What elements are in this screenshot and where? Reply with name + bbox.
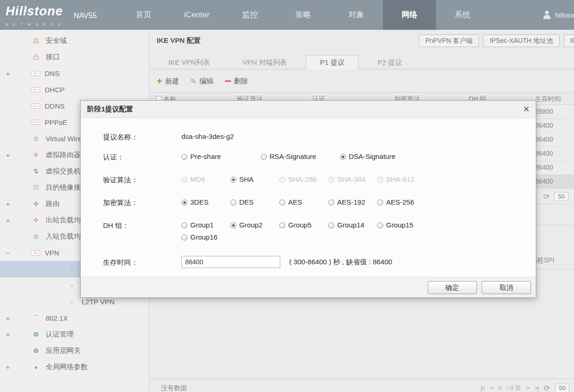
lifetime-input[interactable] xyxy=(181,256,280,268)
radio-option[interactable]: Group14 xyxy=(328,221,377,229)
first-page-icon[interactable]: |< xyxy=(481,385,485,392)
radio-option[interactable]: AES-256 xyxy=(377,198,426,206)
menu-item[interactable]: 网络 xyxy=(383,0,436,30)
tab[interactable]: P1 提议 xyxy=(306,55,359,69)
radio-option[interactable]: Pre-share xyxy=(181,152,261,160)
radio-option[interactable]: DSA-Signature xyxy=(340,152,419,160)
expand-toggle-icon[interactable]: + xyxy=(3,314,13,322)
ddns-icon: DDNS xyxy=(31,103,40,109)
radio-icon[interactable] xyxy=(377,199,383,206)
radio-icon[interactable] xyxy=(328,199,334,206)
radio-option[interactable]: SHA-256 xyxy=(279,175,328,183)
radio-option[interactable]: SHA-512 xyxy=(377,175,426,183)
encryption-algorithm-row: 加密算法： 3DES DES AES AES-192 AES-256 xyxy=(103,198,527,210)
next-page-icon[interactable]: > xyxy=(526,385,530,392)
radio-option[interactable]: Group2 xyxy=(230,221,279,229)
new-button[interactable]: + 新建 xyxy=(157,76,179,86)
virtual-switch-icon: ⇅ xyxy=(31,168,41,175)
header-button[interactable]: PnPVPN 客户端 xyxy=(419,34,479,47)
radio-option[interactable]: Group15 xyxy=(377,221,426,229)
radio-icon[interactable] xyxy=(181,234,187,241)
ok-button[interactable]: 确定 xyxy=(428,281,477,294)
prev-page-icon[interactable]: < xyxy=(490,385,493,392)
menu-item[interactable]: iCenter xyxy=(170,0,223,30)
encryption-algorithm-options: 3DES DES AES AES-192 AES-256 xyxy=(181,198,527,210)
radio-option[interactable]: SHA-384 xyxy=(328,175,377,183)
menu-item[interactable]: 监控 xyxy=(223,0,277,30)
last-page-icon[interactable]: >| xyxy=(534,385,539,392)
radio-icon[interactable] xyxy=(279,199,285,206)
ipsec-vpn-bullet-icon: ▪ xyxy=(67,266,77,273)
sidebar-item[interactable]: + DNS DNS xyxy=(0,65,149,82)
sidebar-item[interactable]: + ◕ 全局网络参数 xyxy=(0,359,149,375)
radio-icon[interactable] xyxy=(181,154,187,160)
header-button[interactable]: IPSec-XAUTH 地址池 xyxy=(483,34,559,47)
interface-icon: 凸 xyxy=(31,54,41,61)
radio-icon[interactable] xyxy=(230,177,236,183)
delete-button[interactable]: 删除 xyxy=(225,77,248,86)
sidebar-item[interactable]: ❂ 应用层网关 xyxy=(0,343,149,359)
expand-toggle-icon[interactable]: + xyxy=(3,200,13,208)
radio-icon[interactable] xyxy=(328,222,334,228)
page-size-box[interactable]: 50 xyxy=(554,192,568,201)
lower-table-statusbar: 没有数据 |< < 0 / 0 页 > >| ⟳ 50 xyxy=(149,378,574,392)
expand-toggle-icon[interactable]: + xyxy=(3,151,13,159)
expand-toggle-icon[interactable]: + xyxy=(3,216,13,224)
refresh-icon[interactable]: ⟳ xyxy=(543,192,549,201)
radio-option[interactable]: RSA-Signature xyxy=(261,152,340,160)
radio-option[interactable]: AES-192 xyxy=(328,198,377,206)
refresh-icon[interactable]: ⟳ xyxy=(544,384,550,392)
current-page[interactable]: 0 xyxy=(498,385,501,392)
radio-icon[interactable] xyxy=(181,222,187,228)
virtual-wire-icon: ⧉ xyxy=(31,136,41,142)
sidebar-item-label: 虚拟交换机 xyxy=(46,167,81,176)
sidebar-item-label: VPN xyxy=(45,249,59,257)
sidebar-item[interactable]: + ❂ 认证管理 xyxy=(0,326,149,343)
radio-icon[interactable] xyxy=(261,154,267,160)
radio-icon[interactable] xyxy=(328,177,334,183)
dh-group-row: DH 组： Group1 Group2 Group5 Group14 Group… xyxy=(103,221,527,245)
radio-option[interactable]: SHA xyxy=(230,175,279,183)
radio-option[interactable]: Group1 xyxy=(181,221,230,229)
tab[interactable]: VPN 对端列表 xyxy=(229,55,300,70)
radio-icon[interactable] xyxy=(377,222,383,228)
close-icon[interactable]: ✕ xyxy=(523,104,530,114)
mirror-interface-icon: 凹 xyxy=(31,185,41,191)
header-button[interactable]: IPSe xyxy=(564,34,574,47)
radio-option[interactable]: DES xyxy=(230,198,279,206)
page-size-box[interactable]: 50 xyxy=(555,384,569,392)
expand-toggle-icon[interactable]: − xyxy=(3,249,13,257)
sidebar-item[interactable]: 品 安全域 xyxy=(0,33,149,49)
menu-item[interactable]: 策略 xyxy=(277,0,330,30)
column-lifetime: 生存时间 xyxy=(535,93,561,105)
radio-icon[interactable] xyxy=(181,177,187,183)
radio-icon[interactable] xyxy=(279,222,285,228)
cancel-button[interactable]: 取消 xyxy=(482,281,531,294)
sidebar-item[interactable]: 凸 接口 xyxy=(0,49,149,65)
tab[interactable]: IKE VPN列表 xyxy=(155,55,223,70)
expand-toggle-icon[interactable]: + xyxy=(3,330,13,338)
dhcp-icon: DHCP xyxy=(31,87,40,92)
radio-icon[interactable] xyxy=(279,177,285,183)
radio-icon[interactable] xyxy=(340,154,346,160)
expand-toggle-icon[interactable]: + xyxy=(3,69,13,77)
radio-icon[interactable] xyxy=(230,199,236,206)
radio-icon[interactable] xyxy=(181,199,187,206)
expand-toggle-icon[interactable]: + xyxy=(3,363,13,371)
radio-icon[interactable] xyxy=(377,177,383,183)
radio-option[interactable]: 3DES xyxy=(181,198,230,206)
radio-icon[interactable] xyxy=(230,222,236,228)
sidebar-item-label: 虚拟路由器 xyxy=(46,151,81,159)
tab[interactable]: P2 提议 xyxy=(364,55,416,70)
sidebar-item[interactable]: DHCP DHCP xyxy=(0,82,149,98)
menu-item[interactable]: 系统 xyxy=(436,0,489,30)
menu-item[interactable]: 对象 xyxy=(330,0,383,30)
radio-option[interactable]: AES xyxy=(279,198,328,206)
radio-option[interactable]: Group16 xyxy=(181,233,230,241)
sidebar-item[interactable]: + ⌒ 802.1X xyxy=(0,310,149,326)
radio-option[interactable]: MD5 xyxy=(181,175,230,183)
radio-option[interactable]: Group5 xyxy=(279,221,328,229)
edit-button[interactable]: ✎ 编辑 xyxy=(190,77,213,86)
menu-item[interactable]: 首页 xyxy=(117,0,170,30)
user-account[interactable]: hillstone xyxy=(542,0,574,30)
